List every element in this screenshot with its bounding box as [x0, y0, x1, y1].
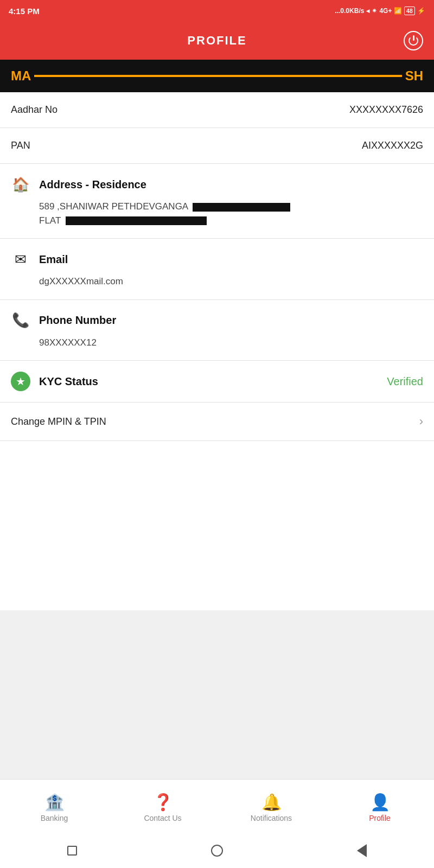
profile-icon: 👤 — [370, 793, 390, 812]
name-start: MA — [11, 68, 31, 84]
aadhar-label: Aadhar No — [11, 104, 58, 116]
name-banner: MA SH — [0, 60, 434, 92]
circle-icon — [211, 845, 223, 857]
star-icon: ★ — [16, 375, 25, 388]
email-header: ✉ Email — [11, 250, 423, 269]
status-icons: ...0.0KB/s ◂ ✴ 4G+ 📶 48 ⚡ — [335, 7, 425, 15]
gray-space — [0, 610, 434, 780]
status-bar: 4:15 PM ...0.0KB/s ◂ ✴ 4G+ 📶 48 ⚡ — [0, 0, 434, 22]
phone-title: Phone Number — [39, 314, 116, 327]
pan-label: PAN — [11, 140, 30, 151]
envelope-icon: ✉ — [11, 250, 30, 269]
aadhar-value: XXXXXXXX7626 — [349, 104, 423, 116]
kyc-label: KYC Status — [39, 375, 98, 388]
kyc-badge-icon: ★ — [11, 372, 30, 391]
address-line1: 589 ,SHANIWAR PETHDEVGANGA — [39, 201, 188, 212]
nav-notifications[interactable]: 🔔 Notifications — [217, 793, 326, 822]
nav-profile-label: Profile — [369, 814, 391, 822]
nav-notifications-label: Notifications — [251, 814, 292, 822]
status-time: 4:15 PM — [9, 7, 40, 16]
network-label: ...0.0KB/s — [335, 7, 364, 15]
android-back-btn[interactable] — [355, 844, 369, 858]
address-redacted — [193, 203, 290, 212]
page-title: PROFILE — [187, 34, 246, 48]
bottom-nav: 🏦 Banking ❓ Contact Us 🔔 Notifications 👤… — [0, 779, 434, 833]
nav-contact-label: Contact Us — [144, 814, 181, 822]
phone-icon: 📞 — [11, 311, 30, 330]
app-header: PROFILE — [0, 22, 434, 60]
power-button[interactable] — [404, 31, 423, 50]
mpin-label: Change MPIN & TPIN — [11, 416, 106, 427]
android-nav-bar — [0, 833, 434, 868]
square-icon — [67, 846, 77, 856]
pan-row: PAN AIXXXXXX2G — [0, 128, 434, 164]
bluetooth-icon: ✴ — [372, 7, 377, 15]
signal-icon: ◂ — [366, 7, 369, 15]
triangle-icon — [357, 844, 367, 857]
nav-banking[interactable]: 🏦 Banking — [0, 793, 108, 822]
address-title: Address - Residence — [39, 178, 146, 191]
banking-icon: 🏦 — [44, 793, 65, 812]
address-value: 589 ,SHANIWAR PETHDEVGANGA FLAT — [39, 200, 423, 227]
chevron-right-icon: › — [419, 414, 423, 429]
kyc-row: ★ KYC Status Verified — [0, 361, 434, 403]
nav-banking-label: Banking — [41, 814, 68, 822]
phone-value: 98XXXXXX12 — [39, 336, 423, 350]
aadhar-row: Aadhar No XXXXXXXX7626 — [0, 92, 434, 128]
name-bar — [34, 75, 401, 77]
address-header: 🏠 Address - Residence — [11, 175, 423, 194]
android-square-btn[interactable] — [65, 844, 79, 858]
sim-icons: 4G+ 📶 — [379, 7, 401, 15]
mpin-row[interactable]: Change MPIN & TPIN › — [0, 403, 434, 441]
contact-icon: ❓ — [153, 793, 173, 812]
content-area: Aadhar No XXXXXXXX7626 PAN AIXXXXXX2G 🏠 … — [0, 92, 434, 610]
nav-profile[interactable]: 👤 Profile — [326, 793, 434, 822]
bell-icon: 🔔 — [261, 793, 282, 812]
android-home-btn[interactable] — [210, 844, 224, 858]
name-end: SH — [405, 68, 423, 84]
phone-header: 📞 Phone Number — [11, 311, 423, 330]
email-title: Email — [39, 253, 68, 266]
email-section: ✉ Email dgXXXXXXmail.com — [0, 239, 434, 300]
flat-redacted — [66, 216, 207, 225]
charging-icon: ⚡ — [417, 7, 425, 15]
kyc-left: ★ KYC Status — [11, 372, 98, 391]
address-section: 🏠 Address - Residence 589 ,SHANIWAR PETH… — [0, 164, 434, 239]
house-icon: 🏠 — [11, 175, 30, 194]
battery-indicator: 48 — [404, 7, 415, 15]
address-line2: FLAT — [39, 215, 61, 226]
nav-contact[interactable]: ❓ Contact Us — [108, 793, 217, 822]
pan-value: AIXXXXXX2G — [362, 140, 423, 151]
email-value: dgXXXXXXmail.com — [39, 275, 423, 289]
kyc-status: Verified — [387, 375, 423, 388]
phone-section: 📞 Phone Number 98XXXXXX12 — [0, 300, 434, 361]
